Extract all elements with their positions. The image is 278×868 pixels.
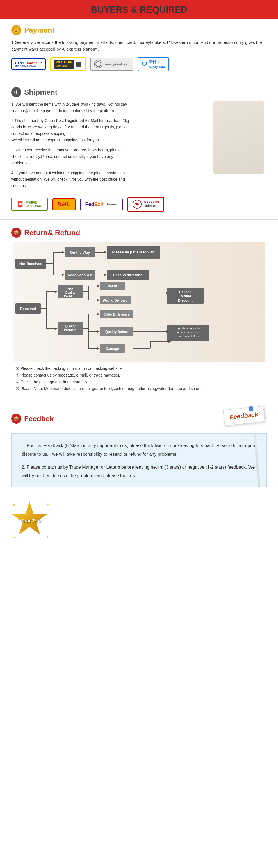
svg-text:Please be patient to wait: Please be patient to wait [112,250,155,254]
svg-text:On the Way: On the Way [70,250,90,255]
feedback-text-1: 1. Positive Feedback (5 Stars) is very i… [22,441,256,459]
payment-section: 💰 Payment 1.Generally, we accept the fol… [0,20,278,77]
svg-text:requirements you: requirements you [177,331,199,334]
payment-description: 1.Generally, we accept the following pay… [11,39,267,53]
bank-transfer-logo: BANK TRANSFER INTERNATIONAL [11,58,46,70]
western-union-logo: WESTERNUNION ⬛ [50,57,85,71]
svg-text:Received/Refund: Received/Refund [113,273,143,277]
svg-text:Problem: Problem [64,328,76,332]
svg-text:Not fit: Not fit [108,284,117,288]
shipment-title-row: ✈ Shipment [11,87,267,97]
shipment-icon: ✈ [11,87,21,97]
shipment-text-2: 2.The shipment by China Post Registered … [11,118,131,143]
shipment-text-1: 1. We will sent the items within 2-5days… [11,101,131,114]
moneybookers-logo: moneybookers [90,58,133,70]
feedback-icon: 📦 [11,414,21,424]
payment-title-row: 💰 Payment [11,25,267,35]
svg-text:Refund: Refund [179,294,191,298]
note-2: ② Please contact us by meesage, e-mail, … [14,372,267,379]
svg-text:Not Received: Not Received [20,261,42,266]
svg-text:could also tell us: could also tell us [178,335,199,338]
payment-icon: 💰 [11,25,21,35]
alipay-logo: 🛡 支付宝Alipay.com [138,57,169,71]
svg-text:Resend: Resend [179,290,191,294]
bottom-footer: Your Text ★ ★ ★ ★ [0,496,278,546]
note-1: ① Please check the tracking in formation… [14,365,267,372]
feedback-title-row: 📦 Feedbck [11,414,54,424]
shipment-text-3: 3. When you receive the items you ordere… [11,147,131,166]
payment-logos-row: BANK TRANSFER INTERNATIONAL WESTERNUNION… [11,57,267,71]
svg-rect-0 [13,242,265,363]
note-4: ④ Please Note: Men made defects are not … [14,385,267,392]
svg-text:Color Difference: Color Difference [103,312,130,316]
return-refund-section: 📦 Return& Refund Not Received [0,222,278,398]
svg-text:Received: Received [20,307,36,311]
svg-text:Problem: Problem [64,294,76,298]
shipment-text-4: 4. If you have not got it within the shi… [11,170,131,189]
china-post-logo: 📮 中国邮政 CHINA POST [11,198,48,211]
svg-text:Wrong Delivery: Wrong Delivery [103,299,128,302]
star-text: Your Text [21,519,41,524]
feedback-text-2: 2. Please contact us by Trade Manager or… [22,463,256,480]
flowchart-wrapper: Not Received On the Way Please be patien… [11,242,267,363]
feedback-tag: Feedback [229,411,258,421]
payment-heading: Payment [24,26,55,35]
note-3: ③ Check the package and Item, carefully. [14,379,267,385]
svg-text:Not: Not [68,287,73,290]
sf-express-logo: SF EXPRESS 顺丰速运 [128,197,164,212]
fedex-logo: FedEx® Express [80,199,123,210]
page-header: BUYERS & REQUIRED [0,0,278,20]
refund-notes-list: ① Please check the tracking in formation… [14,365,267,392]
shipment-heading: Shipment [24,88,57,97]
svg-text:Quality: Quality [65,291,75,294]
svg-text:Quality Defect: Quality Defect [105,330,128,334]
page-title: BUYERS & REQUIRED [0,4,278,15]
feedback-heading: Feedbck [24,414,54,423]
carrier-logos-row: 📮 中国邮政 CHINA POST DHL FedEx® Express SF … [11,197,267,212]
dhl-logo: DHL [52,198,75,211]
feedback-section: 📦 Feedbck Feedback 1. Positive Feedback … [0,402,278,496]
svg-text:Damage: Damage [106,347,119,351]
flowchart-svg: Not Received On the Way Please be patien… [13,242,265,363]
svg-text:Discount: Discount [178,299,193,302]
svg-text:Received/Lost: Received/Lost [68,273,93,277]
star-badge-container: Your Text ★ ★ ★ ★ [11,501,50,540]
return-refund-heading: Return& Refund [24,228,80,237]
svg-text:If you have any else: If you have any else [176,327,201,330]
svg-text:Quality: Quality [65,324,75,328]
return-refund-title-row: 📦 Return& Refund [11,227,267,238]
shipment-section: ✈ Shipment 1. We will sent the items wit… [0,82,278,217]
return-refund-icon: 📦 [11,227,21,238]
